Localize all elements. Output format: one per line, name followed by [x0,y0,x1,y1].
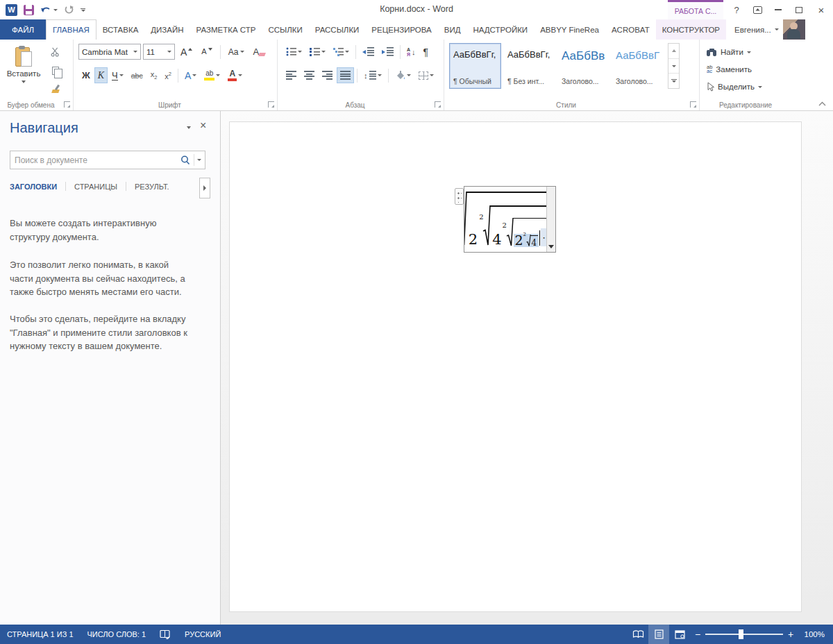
styles-gallery-more-button[interactable] [668,74,679,88]
font-dialog-launcher-icon[interactable] [268,101,274,108]
read-mode-button[interactable] [628,625,648,644]
align-left-button[interactable] [283,67,300,83]
tab-acrobat[interactable]: ACROBAT [605,19,656,40]
format-painter-button[interactable] [47,81,64,97]
restore-button[interactable] [790,3,808,17]
font-name-combo[interactable]: Cambria Mat [78,44,141,60]
user-avatar[interactable] [783,19,805,40]
align-center-button[interactable] [301,67,318,83]
tab-page-layout[interactable]: РАЗМЕТКА СТР [190,19,262,40]
highlight-color-button[interactable]: ab [201,67,224,83]
nav-tab-headings[interactable]: ЗАГОЛОВКИ [10,183,65,191]
close-button[interactable]: × [812,3,830,17]
document-page[interactable]: 2 2 2 4 2 [229,121,802,612]
decrease-indent-button[interactable] [359,44,378,60]
select-button[interactable]: Выделить [707,79,762,94]
zoom-out-button[interactable]: − [690,629,705,640]
increase-indent-button[interactable] [378,44,397,60]
show-paragraph-marks-button[interactable]: ¶ [420,44,432,60]
tab-mailings[interactable]: РАССЫЛКИ [309,19,366,40]
page-indicator[interactable]: СТРАНИЦА 1 ИЗ 1 [0,625,81,644]
styles-scroll-up-button[interactable] [668,44,679,59]
print-layout-button[interactable] [648,625,669,644]
tab-references[interactable]: ССЫЛКИ [262,19,308,40]
zoom-level[interactable]: 100% [798,630,833,638]
justify-button[interactable] [337,67,354,83]
replace-button[interactable]: abac Заменить [707,62,752,77]
scrollbar-down-button[interactable] [548,242,555,251]
paste-dropdown-icon [22,80,26,83]
find-button[interactable]: Найти [707,44,751,60]
bold-button[interactable]: Ж [78,67,94,83]
multilevel-list-button[interactable] [330,44,353,60]
proofing-status[interactable] [153,625,178,644]
style-card-heading1[interactable]: АаБбВв Заголово... [557,43,609,89]
underline-button[interactable]: Ч [108,67,127,83]
equation-scrollbar[interactable] [546,187,555,252]
tab-home[interactable]: ГЛАВНАЯ [46,19,96,40]
web-layout-button[interactable] [669,625,690,644]
equation-object[interactable]: 2 2 2 4 2 [464,186,556,253]
clipboard-dialog-launcher-icon[interactable] [64,101,70,108]
nav-tab-pages[interactable]: СТРАНИЦЫ [66,183,126,191]
grow-font-button[interactable]: А [177,44,196,60]
zoom-in-button[interactable]: + [783,629,798,640]
borders-button[interactable] [415,67,437,83]
search-input[interactable] [10,155,180,165]
language-indicator[interactable]: РУССКИЙ [178,625,228,644]
search-icon[interactable] [180,155,191,166]
tab-file[interactable]: ФАЙЛ [0,19,46,40]
font-size-combo[interactable]: 11 [143,44,175,60]
sort-button[interactable]: АЯ↓ [403,44,419,60]
align-right-button[interactable] [319,67,336,83]
paragraph-dialog-launcher-icon[interactable] [435,101,441,108]
superscript-button[interactable]: x2 [161,67,175,83]
strikethrough-button[interactable]: abc [128,67,146,83]
clear-formatting-button[interactable]: А [250,44,269,60]
numbering-button[interactable] [306,44,329,60]
help-button[interactable]: ? [727,3,746,17]
styles-dialog-launcher-icon[interactable] [690,101,696,108]
tab-view[interactable]: ВИД [438,19,467,40]
text-effects-button[interactable]: А [181,67,200,83]
nav-tab-results[interactable]: РЕЗУЛЬТ. [126,183,177,191]
italic-button[interactable]: К [94,67,108,83]
shrink-font-button[interactable]: А [198,44,215,60]
contextual-tab-group-label[interactable]: РАБОТА С... [668,0,723,19]
scroll-down-icon [672,65,676,67]
tab-addins[interactable]: НАДСТРОЙКИ [466,19,534,40]
paste-button[interactable]: Вставить [6,43,42,105]
equation-drag-handle[interactable] [455,188,464,205]
copy-button[interactable] [47,62,64,78]
tab-insert[interactable]: ВСТАВКА [96,19,145,40]
navigation-pane-close-icon[interactable]: × [200,119,206,132]
shading-button[interactable] [392,67,414,83]
cut-button[interactable] [47,44,64,60]
change-case-button[interactable]: Аа [225,44,248,60]
ribbon-display-options-button[interactable] [748,3,766,17]
style-card-heading2[interactable]: АаБбВвГ Заголово... [612,43,664,89]
document-search-box[interactable] [10,151,205,169]
font-color-button[interactable]: А [224,67,246,83]
bullets-button[interactable] [283,44,305,60]
shrink-arrow-icon [208,48,212,51]
tab-abbyy[interactable]: ABBYY FineRea [534,19,605,40]
user-account[interactable]: Евгения... [730,19,783,40]
styles-scroll-down-button[interactable] [668,59,679,74]
tab-design[interactable]: ДИЗАЙН [144,19,190,40]
search-options-dropdown-icon[interactable] [197,159,201,161]
nav-tabs-overflow-button[interactable] [199,178,210,198]
zoom-slider-thumb[interactable] [739,629,743,639]
tab-review[interactable]: РЕЦЕНЗИРОВА [365,19,437,40]
equation-content[interactable]: 2 2 2 4 2 [464,187,546,252]
minimize-button[interactable] [769,3,787,17]
line-spacing-button[interactable]: ↕ [360,67,385,83]
navigation-pane-options-icon[interactable] [187,126,191,129]
style-card-normal[interactable]: АаБбВвГг, ¶ Обычный [449,43,501,89]
word-count[interactable]: ЧИСЛО СЛОВ: 1 [81,625,153,644]
subscript-button[interactable]: x2 [147,67,161,83]
zoom-slider[interactable] [705,634,783,635]
style-card-no-spacing[interactable]: АаБбВвГг, ¶ Без инт... [503,43,555,89]
collapse-ribbon-button[interactable] [818,101,826,106]
tab-equation-design[interactable]: КОНСТРУКТОР [656,19,726,40]
